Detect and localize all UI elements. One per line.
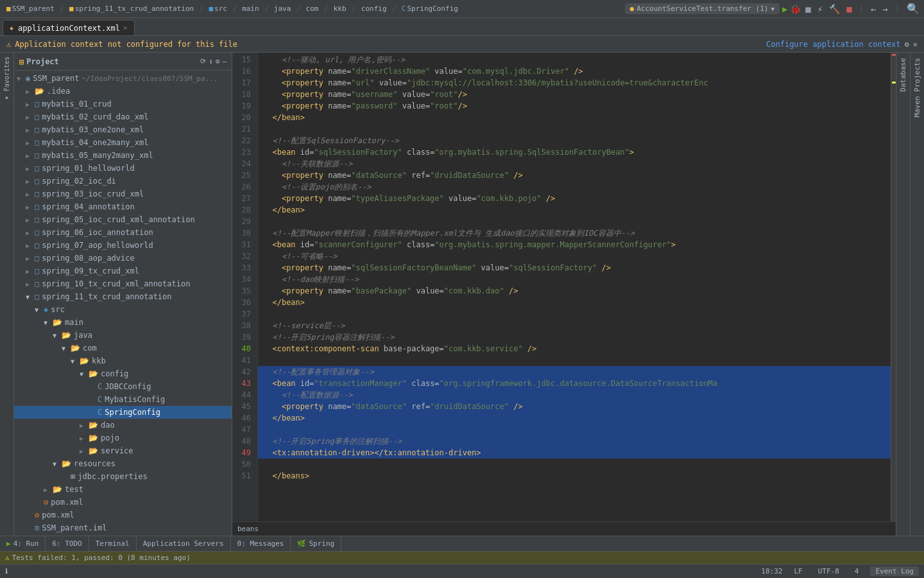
- tree-item-22[interactable]: ▼ 📂 kkb: [14, 355, 232, 367]
- run-button[interactable]: ▶: [782, 4, 787, 14]
- notification-settings-icon[interactable]: ⚙: [905, 40, 909, 49]
- tree-item-35[interactable]: ▶ m SSM_parent.iml: [14, 521, 232, 534]
- pom-icon-1: ⚙: [44, 498, 48, 507]
- breadcrumb-main[interactable]: main: [238, 3, 263, 14]
- db-panel-label[interactable]: Database: [898, 53, 909, 97]
- breadcrumb-springconfig[interactable]: C SpringConfig: [398, 3, 462, 14]
- breadcrumb-java[interactable]: java: [270, 3, 295, 14]
- coverage-button[interactable]: ▦: [803, 4, 812, 14]
- config-folder-icon: 📂: [89, 369, 98, 378]
- tree-item-29[interactable]: ▶ 📂 service: [14, 444, 232, 457]
- bc-label-3: main: [242, 4, 259, 13]
- tree-item-16[interactable]: ▶ □ spring_10_tx_crud_xml_annotation: [14, 277, 232, 290]
- run-config-selector[interactable]: ● AccountServiceTest.transfer (1) ▼: [625, 3, 780, 14]
- tree-label-7: spring_01_helloworld: [42, 164, 135, 173]
- breadcrumb-module[interactable]: ■ spring_11_tx_crud_annotation: [65, 3, 198, 14]
- notification-close-icon[interactable]: ✕: [913, 40, 918, 49]
- tree-item-30[interactable]: ▼ 📂 resources: [14, 457, 232, 470]
- tree-item-7[interactable]: ▶ □ spring_01_helloworld: [14, 162, 232, 175]
- tree-item-1[interactable]: ▶ 📂 .idea: [14, 85, 232, 98]
- breadcrumb-config[interactable]: config: [357, 3, 391, 14]
- tree-item-5[interactable]: ▶ □ mybatis_04_one2many_xml: [14, 136, 232, 149]
- module-icon-7: □: [35, 164, 39, 173]
- tab-bar: ◈ applicationContext.xml ✕: [0, 18, 924, 36]
- stop-button[interactable]: ■: [844, 4, 853, 14]
- terminal-tab[interactable]: Terminal: [89, 536, 137, 552]
- tree-item-15[interactable]: ▶ □ spring_09_tx_crud_xml: [14, 265, 232, 277]
- tree-label-21: com: [83, 344, 97, 353]
- tree-item-8[interactable]: ▶ □ spring_02_ioc_di: [14, 175, 232, 188]
- iml-icon: m: [35, 523, 39, 532]
- code-line-48: <!--开启Spring事务的注解扫描-->: [258, 435, 891, 447]
- spring-tab[interactable]: 🌿 Spring: [291, 536, 341, 552]
- db-panel[interactable]: Database: [896, 53, 910, 536]
- tree-item-20[interactable]: ▼ 📂 java: [14, 329, 232, 342]
- back-button[interactable]: ←: [869, 4, 878, 14]
- lf-button[interactable]: LF: [790, 566, 806, 576]
- indent-button[interactable]: 4: [851, 566, 863, 576]
- tree-item-19[interactable]: ▼ 📂 main: [14, 316, 232, 329]
- maven-panel-label[interactable]: Maven Projects: [912, 53, 923, 123]
- favorites-tab[interactable]: ★ Favorites: [1, 53, 12, 106]
- tree-item-9[interactable]: ▶ □ spring_03_ioc_crud_xml: [14, 188, 232, 200]
- tree-item-0[interactable]: ▼ ◉ SSM_parent ~/IdeaProject/class007/SS…: [14, 72, 232, 85]
- tree-item-18[interactable]: ▼ ◈ src: [14, 303, 232, 316]
- com-folder-icon: 📂: [71, 344, 80, 353]
- sync-icon[interactable]: ⟳: [200, 57, 206, 66]
- code-line-15: <!--驱动, url, 用户名,密码-->: [258, 54, 891, 66]
- event-log-button[interactable]: Event Log: [870, 566, 919, 576]
- settings-icon[interactable]: ⚙: [216, 57, 220, 66]
- minimize-sidebar-icon[interactable]: —: [222, 57, 227, 66]
- breadcrumb-ssm-parent[interactable]: ■ SSM_parent: [3, 3, 58, 14]
- collapse-all-icon[interactable]: ↕: [209, 57, 213, 66]
- tab-applicationcontext[interactable]: ◈ applicationContext.xml ✕: [3, 20, 135, 35]
- debug-button[interactable]: 🐞: [790, 4, 801, 14]
- code-content[interactable]: <!--驱动, url, 用户名,密码--> <property name="d…: [258, 53, 891, 521]
- app-servers-tab[interactable]: Application Servers: [137, 536, 231, 552]
- code-line-47: [258, 424, 891, 435]
- tree-item-33[interactable]: ▶ ⚙ pom.xml: [14, 496, 232, 509]
- tree-item-26[interactable]: ▶ C SpringConfig: [14, 406, 232, 419]
- tree-item-2[interactable]: ▶ □ mybatis_01_crud: [14, 98, 232, 110]
- tree-item-6[interactable]: ▶ □ mybatis_05_many2many_xml: [14, 149, 232, 162]
- tree-item-13[interactable]: ▶ □ spring_07_aop_helloworld: [14, 239, 232, 252]
- tree-item-28[interactable]: ▶ 📂 pojo: [14, 432, 232, 444]
- breadcrumb-src[interactable]: ■ src: [205, 3, 231, 14]
- tree-item-11[interactable]: ▶ □ spring_05_ioc_crud_xml_annotation: [14, 213, 232, 226]
- tree-item-3[interactable]: ▶ □ mybatis_02_curd_dao_xml: [14, 110, 232, 123]
- tree-item-14[interactable]: ▶ □ spring_08_aop_advice: [14, 252, 232, 265]
- tree-item-32[interactable]: ▶ 📂 test: [14, 483, 232, 496]
- tree-arrow-10: ▶: [26, 204, 35, 211]
- tree-item-17[interactable]: ▼ □ spring_11_tx_crud_annotation: [14, 290, 232, 303]
- tree-item-34[interactable]: ▶ ⚙ pom.xml: [14, 509, 232, 521]
- code-line-49: <tx:annotation-driven></tx:annotation-dr…: [258, 447, 891, 459]
- profile-button[interactable]: ⚡: [816, 4, 825, 14]
- tree-item-27[interactable]: ▶ 📂 dao: [14, 419, 232, 432]
- tree-item-24[interactable]: ▶ C JDBCConfig: [14, 380, 232, 393]
- tab-close-button[interactable]: ✕: [123, 24, 128, 32]
- tree-item-12[interactable]: ▶ □ spring_06_ioc_annotation: [14, 226, 232, 239]
- tree-item-21[interactable]: ▼ 📂 com: [14, 342, 232, 355]
- module-icon-16: □: [35, 279, 39, 288]
- breadcrumb-kkb[interactable]: kkb: [330, 3, 350, 14]
- build-button[interactable]: 🔨: [827, 4, 842, 14]
- tree-item-23[interactable]: ▼ 📂 config: [14, 367, 232, 380]
- todo-tab[interactable]: 6: TODO: [46, 536, 89, 552]
- forward-button[interactable]: →: [880, 4, 889, 14]
- tree-label-27: dao: [101, 421, 115, 430]
- messages-tab[interactable]: 0: Messages: [231, 536, 291, 552]
- breadcrumb-com[interactable]: com: [302, 3, 323, 14]
- search-everywhere-button[interactable]: 🔍: [905, 3, 921, 15]
- tree-arrow-16: ▶: [26, 281, 35, 288]
- tree-item-10[interactable]: ▶ □ spring_04_annotation: [14, 200, 232, 213]
- dao-folder-icon: 📂: [89, 421, 98, 430]
- encoding-button[interactable]: UTF-8: [814, 566, 843, 576]
- tree-label-19: main: [65, 318, 83, 327]
- configure-context-link[interactable]: Configure application context: [766, 40, 901, 49]
- tree-item-4[interactable]: ▶ □ mybatis_03_one2one_xml: [14, 123, 232, 136]
- tree-item-31[interactable]: ▶ ⊞ jdbc.properties: [14, 470, 232, 483]
- test-result-bar: ⚠ Tests failed: 1, passed: 0 (8 minutes …: [0, 551, 924, 564]
- run-tab[interactable]: ▶ 4: Run: [0, 536, 46, 552]
- maven-panel[interactable]: Maven Projects: [910, 53, 924, 536]
- tree-item-25[interactable]: ▶ C MybatisConfig: [14, 393, 232, 406]
